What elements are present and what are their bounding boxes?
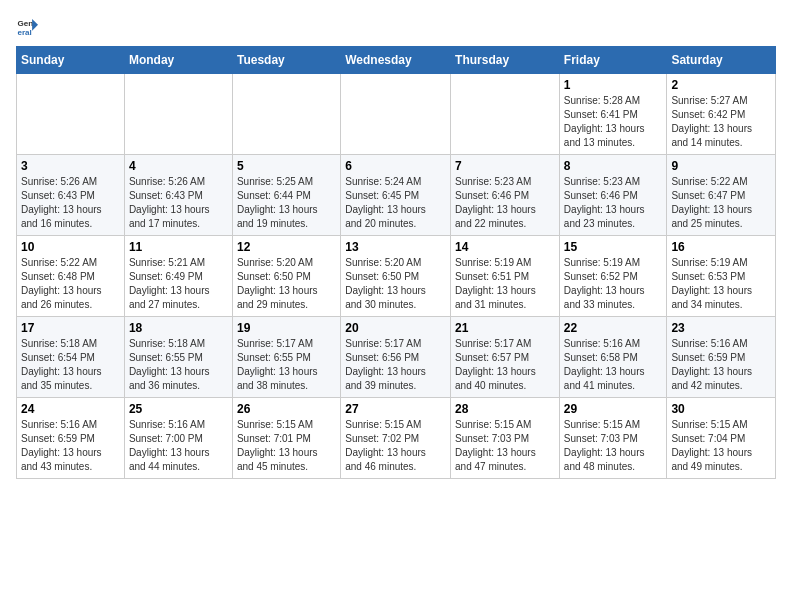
calendar-cell (451, 74, 560, 155)
day-detail: Sunrise: 5:26 AM Sunset: 6:43 PM Dayligh… (129, 175, 228, 231)
day-detail: Sunrise: 5:16 AM Sunset: 7:00 PM Dayligh… (129, 418, 228, 474)
day-detail: Sunrise: 5:15 AM Sunset: 7:01 PM Dayligh… (237, 418, 336, 474)
week-row-5: 24Sunrise: 5:16 AM Sunset: 6:59 PM Dayli… (17, 398, 776, 479)
logo-icon: Gen eral (16, 16, 38, 38)
calendar-cell: 9Sunrise: 5:22 AM Sunset: 6:47 PM Daylig… (667, 155, 776, 236)
day-number: 15 (564, 240, 663, 254)
day-number: 2 (671, 78, 771, 92)
day-number: 30 (671, 402, 771, 416)
day-number: 13 (345, 240, 446, 254)
day-number: 26 (237, 402, 336, 416)
day-detail: Sunrise: 5:15 AM Sunset: 7:04 PM Dayligh… (671, 418, 771, 474)
calendar-cell: 2Sunrise: 5:27 AM Sunset: 6:42 PM Daylig… (667, 74, 776, 155)
weekday-header-wednesday: Wednesday (341, 47, 451, 74)
calendar-cell: 1Sunrise: 5:28 AM Sunset: 6:41 PM Daylig… (559, 74, 667, 155)
svg-text:Gen: Gen (17, 19, 33, 28)
calendar-cell: 10Sunrise: 5:22 AM Sunset: 6:48 PM Dayli… (17, 236, 125, 317)
calendar-cell: 20Sunrise: 5:17 AM Sunset: 6:56 PM Dayli… (341, 317, 451, 398)
week-row-3: 10Sunrise: 5:22 AM Sunset: 6:48 PM Dayli… (17, 236, 776, 317)
svg-marker-2 (32, 19, 38, 31)
calendar-cell: 16Sunrise: 5:19 AM Sunset: 6:53 PM Dayli… (667, 236, 776, 317)
day-detail: Sunrise: 5:16 AM Sunset: 6:59 PM Dayligh… (671, 337, 771, 393)
day-number: 18 (129, 321, 228, 335)
weekday-header-sunday: Sunday (17, 47, 125, 74)
calendar-cell: 11Sunrise: 5:21 AM Sunset: 6:49 PM Dayli… (124, 236, 232, 317)
calendar-cell (17, 74, 125, 155)
day-number: 16 (671, 240, 771, 254)
calendar-cell: 17Sunrise: 5:18 AM Sunset: 6:54 PM Dayli… (17, 317, 125, 398)
calendar-cell (124, 74, 232, 155)
day-detail: Sunrise: 5:16 AM Sunset: 6:58 PM Dayligh… (564, 337, 663, 393)
calendar-cell: 26Sunrise: 5:15 AM Sunset: 7:01 PM Dayli… (232, 398, 340, 479)
day-detail: Sunrise: 5:24 AM Sunset: 6:45 PM Dayligh… (345, 175, 446, 231)
week-row-4: 17Sunrise: 5:18 AM Sunset: 6:54 PM Dayli… (17, 317, 776, 398)
day-number: 14 (455, 240, 555, 254)
calendar-cell: 12Sunrise: 5:20 AM Sunset: 6:50 PM Dayli… (232, 236, 340, 317)
calendar-cell: 5Sunrise: 5:25 AM Sunset: 6:44 PM Daylig… (232, 155, 340, 236)
day-detail: Sunrise: 5:19 AM Sunset: 6:51 PM Dayligh… (455, 256, 555, 312)
day-detail: Sunrise: 5:22 AM Sunset: 6:47 PM Dayligh… (671, 175, 771, 231)
day-number: 7 (455, 159, 555, 173)
week-row-1: 1Sunrise: 5:28 AM Sunset: 6:41 PM Daylig… (17, 74, 776, 155)
day-detail: Sunrise: 5:28 AM Sunset: 6:41 PM Dayligh… (564, 94, 663, 150)
calendar-cell: 27Sunrise: 5:15 AM Sunset: 7:02 PM Dayli… (341, 398, 451, 479)
calendar-cell: 19Sunrise: 5:17 AM Sunset: 6:55 PM Dayli… (232, 317, 340, 398)
calendar-cell: 15Sunrise: 5:19 AM Sunset: 6:52 PM Dayli… (559, 236, 667, 317)
calendar-cell: 25Sunrise: 5:16 AM Sunset: 7:00 PM Dayli… (124, 398, 232, 479)
calendar-cell: 29Sunrise: 5:15 AM Sunset: 7:03 PM Dayli… (559, 398, 667, 479)
page-header: Gen eral (16, 16, 776, 38)
calendar-cell: 22Sunrise: 5:16 AM Sunset: 6:58 PM Dayli… (559, 317, 667, 398)
day-detail: Sunrise: 5:15 AM Sunset: 7:03 PM Dayligh… (455, 418, 555, 474)
day-number: 24 (21, 402, 120, 416)
day-detail: Sunrise: 5:20 AM Sunset: 6:50 PM Dayligh… (345, 256, 446, 312)
day-number: 9 (671, 159, 771, 173)
calendar-cell: 3Sunrise: 5:26 AM Sunset: 6:43 PM Daylig… (17, 155, 125, 236)
day-detail: Sunrise: 5:17 AM Sunset: 6:55 PM Dayligh… (237, 337, 336, 393)
day-detail: Sunrise: 5:21 AM Sunset: 6:49 PM Dayligh… (129, 256, 228, 312)
day-detail: Sunrise: 5:18 AM Sunset: 6:54 PM Dayligh… (21, 337, 120, 393)
day-number: 10 (21, 240, 120, 254)
day-detail: Sunrise: 5:17 AM Sunset: 6:56 PM Dayligh… (345, 337, 446, 393)
day-number: 17 (21, 321, 120, 335)
weekday-header-friday: Friday (559, 47, 667, 74)
calendar-cell: 4Sunrise: 5:26 AM Sunset: 6:43 PM Daylig… (124, 155, 232, 236)
calendar-cell: 23Sunrise: 5:16 AM Sunset: 6:59 PM Dayli… (667, 317, 776, 398)
day-number: 22 (564, 321, 663, 335)
calendar-cell: 7Sunrise: 5:23 AM Sunset: 6:46 PM Daylig… (451, 155, 560, 236)
calendar-cell: 8Sunrise: 5:23 AM Sunset: 6:46 PM Daylig… (559, 155, 667, 236)
day-detail: Sunrise: 5:19 AM Sunset: 6:53 PM Dayligh… (671, 256, 771, 312)
day-number: 5 (237, 159, 336, 173)
day-detail: Sunrise: 5:17 AM Sunset: 6:57 PM Dayligh… (455, 337, 555, 393)
day-number: 23 (671, 321, 771, 335)
weekday-header-saturday: Saturday (667, 47, 776, 74)
weekday-header-monday: Monday (124, 47, 232, 74)
day-number: 29 (564, 402, 663, 416)
day-number: 19 (237, 321, 336, 335)
calendar-cell: 28Sunrise: 5:15 AM Sunset: 7:03 PM Dayli… (451, 398, 560, 479)
logo: Gen eral (16, 16, 42, 38)
weekday-header-row: SundayMondayTuesdayWednesdayThursdayFrid… (17, 47, 776, 74)
calendar-cell: 14Sunrise: 5:19 AM Sunset: 6:51 PM Dayli… (451, 236, 560, 317)
day-number: 25 (129, 402, 228, 416)
calendar-table: SundayMondayTuesdayWednesdayThursdayFrid… (16, 46, 776, 479)
svg-text:eral: eral (17, 28, 31, 37)
weekday-header-tuesday: Tuesday (232, 47, 340, 74)
day-detail: Sunrise: 5:19 AM Sunset: 6:52 PM Dayligh… (564, 256, 663, 312)
day-number: 20 (345, 321, 446, 335)
day-detail: Sunrise: 5:16 AM Sunset: 6:59 PM Dayligh… (21, 418, 120, 474)
day-detail: Sunrise: 5:23 AM Sunset: 6:46 PM Dayligh… (564, 175, 663, 231)
calendar-cell (341, 74, 451, 155)
day-number: 4 (129, 159, 228, 173)
calendar-cell: 13Sunrise: 5:20 AM Sunset: 6:50 PM Dayli… (341, 236, 451, 317)
day-detail: Sunrise: 5:25 AM Sunset: 6:44 PM Dayligh… (237, 175, 336, 231)
day-number: 11 (129, 240, 228, 254)
calendar-cell: 24Sunrise: 5:16 AM Sunset: 6:59 PM Dayli… (17, 398, 125, 479)
day-detail: Sunrise: 5:15 AM Sunset: 7:02 PM Dayligh… (345, 418, 446, 474)
calendar-cell (232, 74, 340, 155)
calendar-cell: 6Sunrise: 5:24 AM Sunset: 6:45 PM Daylig… (341, 155, 451, 236)
day-number: 6 (345, 159, 446, 173)
week-row-2: 3Sunrise: 5:26 AM Sunset: 6:43 PM Daylig… (17, 155, 776, 236)
day-number: 28 (455, 402, 555, 416)
weekday-header-thursday: Thursday (451, 47, 560, 74)
day-detail: Sunrise: 5:26 AM Sunset: 6:43 PM Dayligh… (21, 175, 120, 231)
